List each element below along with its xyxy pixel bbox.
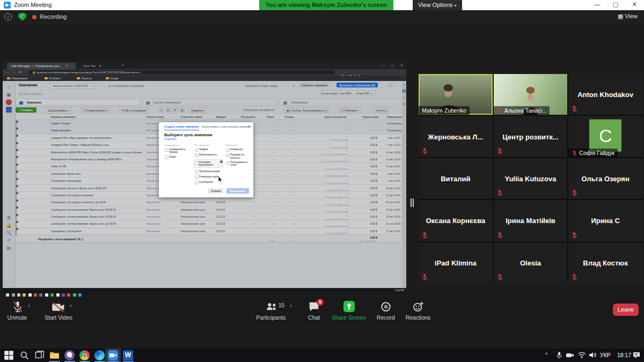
word-icon[interactable]: W bbox=[123, 350, 133, 360]
audio-options-chevron[interactable]: ^ bbox=[28, 304, 30, 309]
participant-tile[interactable]: Виталий Виталий bbox=[419, 158, 493, 199]
participants-chevron[interactable]: ^ bbox=[290, 304, 292, 309]
muted-mic-icon bbox=[496, 274, 503, 280]
action-center-icon[interactable] bbox=[632, 351, 641, 359]
participant-tile[interactable]: Альона Танасі... Альона Танасі... bbox=[494, 74, 568, 115]
start-video-icon[interactable] bbox=[52, 301, 65, 314]
reactions-icon[interactable] bbox=[412, 301, 424, 313]
zoom-meeting-window: Zoom Meeting — ▢ ✕ You are viewing Maksy… bbox=[0, 0, 644, 362]
url-field[interactable]: 🔒 facebook.com/adsmanager/manage/campaig… bbox=[28, 70, 334, 75]
shared-screen: Ads Manager — Управление рес...✕ New Tab… bbox=[3, 62, 406, 294]
avatar: C bbox=[589, 119, 621, 151]
participant-tile[interactable]: Центр розвитк... Центр розвитк... bbox=[494, 116, 568, 157]
participant-name: Оксана Корнєєва bbox=[419, 217, 493, 225]
participants-icon[interactable] bbox=[265, 301, 278, 313]
video-options-chevron[interactable]: ^ bbox=[70, 304, 72, 309]
group-awareness-title: Узнаваемость bbox=[164, 144, 179, 146]
objective-option[interactable]: Узнаваемость бренда bbox=[164, 148, 192, 153]
objective-option[interactable]: Посещаемость точек bbox=[225, 161, 253, 166]
windows-taskbar: W ^ УКР 18:17 bbox=[0, 349, 644, 362]
participant-tile[interactable]: Ірина Матійків Ірина Матійків bbox=[494, 200, 568, 241]
tray-camera-icon[interactable] bbox=[566, 351, 574, 359]
objective-option[interactable]: Конверсии bbox=[225, 148, 253, 152]
search-icon[interactable] bbox=[19, 350, 30, 360]
zoom-taskbar-icon[interactable] bbox=[108, 350, 118, 360]
reload-icon[interactable]: ⟳ bbox=[19, 70, 22, 75]
browser-tab-inactive[interactable]: New Tab✕ bbox=[79, 63, 116, 69]
tray-expand-chevron[interactable]: ^ bbox=[545, 352, 547, 357]
forward-icon[interactable]: → bbox=[12, 70, 16, 74]
share-screen-icon[interactable] bbox=[343, 301, 355, 312]
learn-more-link[interactable]: Подробнее bbox=[164, 138, 177, 141]
participant-tile[interactable]: Olesia Olesia bbox=[494, 242, 568, 283]
continue-button[interactable]: Продолжить bbox=[226, 188, 249, 194]
panel-resize-handle[interactable] bbox=[411, 198, 414, 207]
participant-name: Виталий bbox=[419, 174, 493, 182]
objective-option[interactable]: Вовлеченность bbox=[194, 153, 222, 157]
muted-mic-icon bbox=[421, 232, 428, 239]
muted-mic-icon bbox=[496, 147, 503, 154]
modal-tab-new-campaign[interactable]: Создать новую кампанию bbox=[164, 125, 199, 130]
task-view-icon[interactable] bbox=[34, 350, 45, 360]
modal-tab-existing-campaign[interactable]: Использовать существующие кампании bbox=[202, 125, 251, 128]
participant-tile[interactable]: Yuliia Kutuzova Yuliia Kutuzova bbox=[494, 158, 568, 199]
participant-tile[interactable]: Anton Khodakov Anton Khodakov bbox=[568, 74, 642, 115]
maximize-button[interactable]: ▢ bbox=[608, 1, 624, 8]
objective-option[interactable]: Трафик bbox=[194, 148, 222, 152]
participant-tile[interactable]: Ирина С Ирина С bbox=[568, 200, 642, 241]
language-indicator[interactable]: УКР bbox=[600, 352, 611, 358]
view-options-button[interactable]: View Options ▾ bbox=[413, 0, 462, 10]
bookmark-folder[interactable]: Проекты bbox=[77, 76, 92, 81]
tab-close-icon[interactable]: ✕ bbox=[99, 64, 101, 68]
bookmark-folder[interactable]: All folders bbox=[45, 76, 61, 81]
objective-option[interactable]: Установки приложения bbox=[193, 159, 223, 168]
participant-tile[interactable]: C Софія Гайдук Софія Гайдук bbox=[568, 116, 642, 157]
browser-tab-active[interactable]: Ads Manager — Управление рес...✕ bbox=[7, 63, 76, 69]
info-icon[interactable]: i bbox=[4, 13, 12, 20]
participant-tile[interactable]: iPad Klimina iPad Klimina bbox=[419, 242, 493, 283]
edge-icon[interactable] bbox=[94, 350, 105, 360]
info-icon[interactable]: i bbox=[220, 160, 223, 163]
start-video-label[interactable]: Start Video bbox=[34, 314, 83, 321]
bookmarks-bar: Образование All folders Проекты Google bbox=[3, 76, 406, 81]
objective-column-awareness: Узнаваемость брендаОхват bbox=[164, 148, 192, 161]
participants-label[interactable]: Participants bbox=[247, 314, 295, 321]
unmute-mic-icon[interactable] bbox=[12, 301, 24, 314]
close-button[interactable]: ✕ bbox=[626, 1, 642, 8]
file-explorer-icon[interactable] bbox=[49, 350, 60, 360]
new-tab-button[interactable]: + bbox=[122, 63, 124, 67]
bookmark-folder[interactable]: Образование bbox=[7, 76, 28, 81]
record-icon[interactable] bbox=[380, 301, 392, 313]
participant-tile[interactable]: Maksym Zubenko Maksym Zubenko bbox=[419, 74, 493, 115]
minimize-button[interactable]: — bbox=[589, 1, 605, 8]
reactions-label[interactable]: Reactions bbox=[394, 314, 442, 321]
cancel-button[interactable]: Отмена bbox=[208, 188, 223, 194]
participant-tile[interactable]: Влад Костюк Влад Костюк bbox=[568, 242, 642, 283]
objective-option[interactable]: Просмотры видео bbox=[194, 170, 222, 174]
tab-close-icon[interactable]: ✕ bbox=[65, 64, 68, 68]
bookmark-folder[interactable]: Google bbox=[106, 76, 119, 81]
browser-window-controls[interactable]: — ▢ ✕ bbox=[382, 63, 406, 67]
tray-mic-icon[interactable] bbox=[555, 351, 564, 359]
start-button-icon[interactable] bbox=[4, 350, 14, 360]
participant-name: Anton Khodakov bbox=[568, 91, 642, 99]
folder-icon bbox=[7, 77, 10, 80]
encryption-shield-icon[interactable] bbox=[18, 12, 26, 21]
participant-name: Olesia bbox=[494, 258, 568, 267]
participant-tile[interactable]: Оксана Корнєєва Оксана Корнєєва bbox=[419, 200, 493, 241]
modal-close-icon[interactable]: ✕ bbox=[247, 124, 250, 128]
clock[interactable]: 18:17 bbox=[617, 352, 631, 358]
objective-option[interactable]: Продажи по каталогу bbox=[225, 153, 253, 159]
tray-wifi-icon[interactable] bbox=[577, 351, 586, 359]
back-icon[interactable]: ← bbox=[6, 70, 10, 74]
participant-tile[interactable]: Жерновська Л... Жерновська Л... bbox=[419, 116, 493, 157]
viber-icon[interactable] bbox=[64, 350, 75, 360]
objective-option[interactable]: Охват bbox=[164, 156, 192, 159]
chrome-icon[interactable] bbox=[79, 350, 90, 360]
tray-volume-icon[interactable] bbox=[588, 351, 597, 359]
chevron-down-icon: ▾ bbox=[455, 3, 457, 8]
ads-manager-page: ⌂ ▦ ⚙ 🔔 🔍 ? ▤ ✕ ▮ ✎ ⚙ bbox=[3, 81, 406, 288]
gallery-view-button[interactable]: ▦ View bbox=[618, 13, 638, 20]
participant-tile[interactable]: Ольга Озерян Ольга Озерян bbox=[568, 158, 642, 199]
leave-button[interactable]: Leave bbox=[613, 304, 639, 316]
